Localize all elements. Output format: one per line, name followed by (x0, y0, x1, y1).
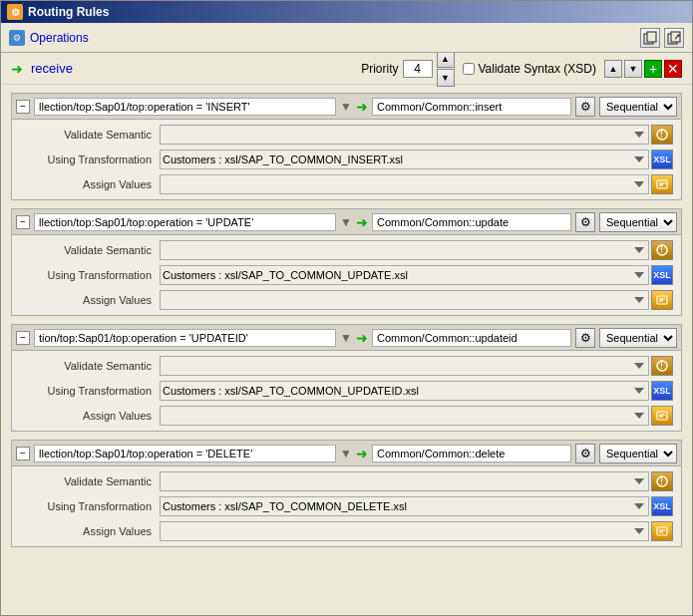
filter-icon-delete: ▼ (340, 447, 352, 461)
rule-header-update: − ▼ ➜ ⚙ Sequential Parallel (12, 209, 681, 235)
assign-values-icon-btn-updateid[interactable] (651, 406, 673, 426)
filter-icon-insert: ▼ (340, 100, 352, 114)
rule-header-insert: − ▼ ➜ ⚙ Sequential Parallel (12, 94, 681, 120)
receive-bar: ➜ receive Priority ▲ ▼ Validate Syntax (… (1, 53, 692, 85)
priority-down-btn[interactable]: ▼ (437, 69, 455, 87)
sequential-select-update[interactable]: Sequential Parallel (599, 212, 677, 232)
assign-values-icon-btn-insert[interactable] (651, 174, 673, 194)
gear-btn-update[interactable]: ⚙ (575, 212, 595, 232)
delete-rule-btn[interactable]: ✕ (664, 60, 682, 78)
clone-icon[interactable] (640, 28, 660, 48)
route-target-insert[interactable] (372, 98, 571, 116)
gear-btn-updateid[interactable]: ⚙ (575, 328, 595, 348)
operations-link[interactable]: Operations (30, 31, 89, 45)
title-icon: ⚙ (7, 4, 23, 20)
collapse-btn-updateid[interactable]: − (16, 331, 30, 345)
assign-values-select-delete[interactable] (160, 521, 649, 541)
rule-block-updateid: − ▼ ➜ ⚙ Sequential Parallel Validate Sem… (11, 324, 682, 432)
validate-semantic-select-updateid[interactable] (160, 356, 649, 376)
validate-semantic-label-insert: Validate Semantic (20, 129, 160, 141)
validate-semantic-row-insert: Validate Semantic ! (20, 124, 673, 146)
rule-block-update: − ▼ ➜ ⚙ Sequential Parallel Validate Sem… (11, 208, 682, 316)
scroll-up-btn[interactable]: ▲ (604, 60, 622, 78)
filter-icon-update: ▼ (340, 215, 352, 229)
assign-values-icon-btn-update[interactable] (651, 290, 673, 310)
transformation-label-updateid: Using Transformation (20, 385, 160, 397)
transformation-label-delete: Using Transformation (20, 500, 160, 512)
validate-semantic-icon-btn-update[interactable]: ! (651, 240, 673, 260)
route-target-update[interactable] (372, 213, 571, 231)
svg-text:!: ! (660, 244, 663, 256)
validate-semantic-label-delete: Validate Semantic (20, 475, 160, 487)
route-target-delete[interactable] (372, 445, 571, 462)
assign-values-select-update[interactable] (160, 290, 649, 310)
transformation-icon-btn-update[interactable]: XSL (651, 265, 673, 285)
rule-fields-updateid: Validate Semantic ! Using Transformation… (12, 351, 681, 431)
receive-arrow-icon: ➜ (11, 61, 23, 77)
validate-semantic-select-update[interactable] (160, 240, 649, 260)
validate-semantic-icon-btn-delete[interactable]: ! (651, 471, 673, 491)
assign-values-row-insert: Assign Values (20, 173, 673, 195)
operations-icon: ⚙ (9, 30, 25, 46)
title-bar: ⚙ Routing Rules (1, 1, 692, 23)
rule-fields-delete: Validate Semantic ! Using Transformation… (12, 466, 681, 546)
window-title: Routing Rules (28, 5, 109, 19)
transformation-row-insert: Using Transformation Customers : xsl/SAP… (20, 149, 673, 170)
nav-buttons: ▲ ▼ + ✕ (604, 60, 682, 78)
rule-condition-update[interactable] (34, 213, 336, 231)
transformation-row-delete: Using Transformation Customers : xsl/SAP… (20, 495, 673, 517)
rule-condition-insert[interactable] (34, 98, 336, 116)
validate-semantic-select-insert[interactable] (160, 125, 649, 145)
validate-semantic-row-update: Validate Semantic ! (20, 239, 673, 261)
transformation-select-insert[interactable]: Customers : xsl/SAP_TO_COMMON_INSERT.xsl (160, 150, 649, 169)
svg-text:!: ! (660, 360, 663, 372)
priority-input[interactable] (403, 60, 433, 78)
route-arrow-icon-update: ➜ (356, 214, 368, 230)
collapse-btn-delete[interactable]: − (16, 447, 30, 461)
validate-semantic-icon-btn-updateid[interactable]: ! (651, 356, 673, 376)
svg-rect-1 (647, 32, 656, 42)
assign-values-row-delete: Assign Values (20, 520, 673, 542)
top-right-icons (640, 28, 684, 48)
sequential-select-updateid[interactable]: Sequential Parallel (599, 328, 677, 348)
rule-header-updateid: − ▼ ➜ ⚙ Sequential Parallel (12, 325, 681, 351)
validate-semantic-row-updateid: Validate Semantic ! (20, 355, 673, 377)
validate-semantic-select-delete[interactable] (160, 471, 649, 491)
export-icon[interactable] (664, 28, 684, 48)
sequential-select-delete[interactable]: Sequential Parallel (599, 444, 677, 463)
transformation-select-update[interactable]: Customers : xsl/SAP_TO_COMMON_UPDATE.xsl (160, 265, 649, 285)
sequential-select-insert[interactable]: Sequential Parallel (599, 97, 677, 117)
transformation-icon-btn-insert[interactable]: XSL (651, 150, 673, 169)
rules-container: − ▼ ➜ ⚙ Sequential Parallel Validate Sem… (1, 93, 692, 547)
scroll-down-btn[interactable]: ▼ (624, 60, 642, 78)
rule-fields-insert: Validate Semantic ! Using Transformation… (12, 120, 681, 199)
transformation-icon-btn-updateid[interactable]: XSL (651, 381, 673, 401)
priority-label: Priority (361, 62, 398, 76)
collapse-btn-update[interactable]: − (16, 215, 30, 229)
assign-values-icon-btn-delete[interactable] (651, 521, 673, 541)
svg-rect-12 (657, 296, 667, 304)
gear-btn-insert[interactable]: ⚙ (575, 97, 595, 117)
transformation-select-updateid[interactable]: Customers : xsl/SAP_TO_COMMON_UPDATEID.x… (160, 381, 649, 401)
rule-condition-updateid[interactable] (34, 329, 336, 347)
rule-fields-update: Validate Semantic ! Using Transformation… (12, 235, 681, 315)
transformation-select-delete[interactable]: Customers : xsl/SAP_TO_COMMON_DELETE.xsl (160, 496, 649, 516)
rule-condition-delete[interactable] (34, 445, 336, 462)
transformation-row-updateid: Using Transformation Customers : xsl/SAP… (20, 380, 673, 402)
rule-header-delete: − ▼ ➜ ⚙ Sequential Parallel (12, 441, 681, 466)
collapse-btn-insert[interactable]: − (16, 100, 30, 114)
assign-values-select-insert[interactable] (160, 174, 649, 194)
add-rule-btn[interactable]: + (644, 60, 662, 78)
route-target-updateid[interactable] (372, 329, 571, 347)
route-arrow-icon-updateid: ➜ (356, 330, 368, 346)
validate-semantic-label-updateid: Validate Semantic (20, 360, 160, 372)
validate-syntax-checkbox[interactable] (463, 63, 475, 75)
assign-values-label-update: Assign Values (20, 294, 160, 306)
gear-btn-delete[interactable]: ⚙ (575, 444, 595, 463)
assign-values-select-updateid[interactable] (160, 406, 649, 426)
priority-up-btn[interactable]: ▲ (437, 53, 455, 68)
transformation-icon-btn-delete[interactable]: XSL (651, 496, 673, 516)
priority-group: Priority ▲ ▼ (361, 53, 454, 87)
validate-semantic-icon-btn-insert[interactable]: ! (651, 125, 673, 145)
validate-syntax-group: Validate Syntax (XSD) (463, 62, 597, 76)
